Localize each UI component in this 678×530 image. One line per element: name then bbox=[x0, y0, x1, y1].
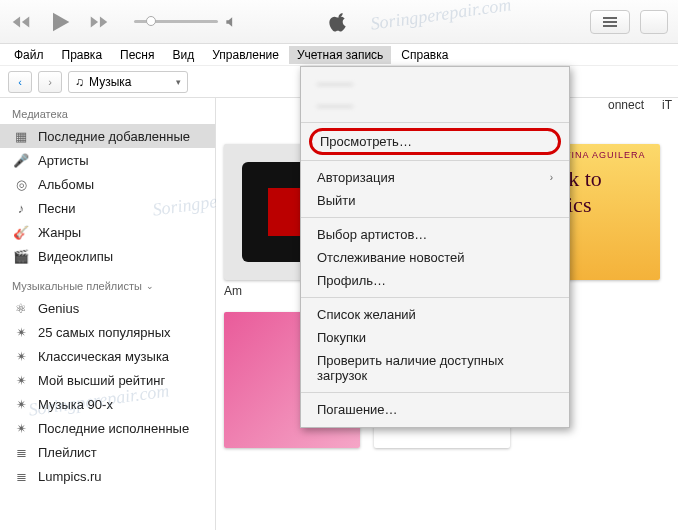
dropdown-account-email: ——— bbox=[301, 95, 569, 117]
sidebar-item-videos[interactable]: 🎬 Видеоклипы bbox=[0, 244, 215, 268]
apple-logo-icon bbox=[329, 11, 349, 33]
volume-slider[interactable] bbox=[134, 15, 238, 29]
sidebar-item-recently-added[interactable]: ▦ Последние добавленные bbox=[0, 124, 215, 148]
sidebar-item-genres[interactable]: 🎸 Жанры bbox=[0, 220, 215, 244]
play-button[interactable] bbox=[46, 8, 74, 36]
sidebar-section-library: Медиатека bbox=[0, 104, 215, 124]
music-note-icon: ♫ bbox=[75, 75, 84, 89]
atom-icon: ⚛ bbox=[12, 300, 30, 316]
dropdown-account-name: ——— bbox=[301, 73, 569, 95]
dropdown-separator bbox=[301, 392, 569, 393]
menu-view[interactable]: Вид bbox=[165, 46, 203, 64]
chevron-down-icon: ▾ bbox=[176, 77, 181, 87]
dropdown-separator bbox=[301, 217, 569, 218]
sidebar-item-label: Мой высший рейтинг bbox=[38, 373, 165, 388]
dropdown-item-authorization[interactable]: Авторизация› bbox=[301, 166, 569, 189]
account-dropdown: ——— ——— Просмотреть… Авторизация› Выйти … bbox=[300, 66, 570, 428]
menu-help[interactable]: Справка bbox=[393, 46, 456, 64]
titlebar bbox=[0, 0, 678, 44]
library-selector[interactable]: ♫ Музыка ▾ bbox=[68, 71, 188, 93]
note-icon: ♪ bbox=[12, 200, 30, 216]
sidebar-item-label: Видеоклипы bbox=[38, 249, 113, 264]
sidebar-item-lumpics[interactable]: ≣ Lumpics.ru bbox=[0, 464, 215, 488]
video-icon: 🎬 bbox=[12, 248, 30, 264]
gear-icon: ✴ bbox=[12, 372, 30, 388]
next-track-button[interactable] bbox=[88, 11, 110, 33]
sidebar-section-playlists[interactable]: Музыкальные плейлисты ⌄ bbox=[0, 276, 215, 296]
library-selector-label: Музыка bbox=[89, 75, 131, 89]
gear-icon: ✴ bbox=[12, 420, 30, 436]
nav-connect[interactable]: onnect bbox=[608, 98, 644, 112]
sidebar-item-label: Артисты bbox=[38, 153, 89, 168]
guitar-icon: 🎸 bbox=[12, 224, 30, 240]
dropdown-separator bbox=[301, 160, 569, 161]
menu-song[interactable]: Песня bbox=[112, 46, 162, 64]
sidebar-item-90s[interactable]: ✴ Музыка 90-х bbox=[0, 392, 215, 416]
menu-file[interactable]: Файл bbox=[6, 46, 52, 64]
sidebar-item-label: Lumpics.ru bbox=[38, 469, 102, 484]
sidebar-item-label: Плейлист bbox=[38, 445, 97, 460]
list-icon bbox=[602, 16, 618, 28]
dropdown-item-purchases[interactable]: Покупки bbox=[301, 326, 569, 349]
sidebar-item-top-rated[interactable]: ✴ Мой высший рейтинг bbox=[0, 368, 215, 392]
toolbar-button[interactable] bbox=[640, 10, 668, 34]
volume-icon bbox=[224, 15, 238, 29]
gear-icon: ✴ bbox=[12, 324, 30, 340]
sidebar-item-recently-played[interactable]: ✴ Последние исполненные bbox=[0, 416, 215, 440]
store-nav: onnect iT bbox=[608, 98, 672, 112]
grid-icon: ▦ bbox=[12, 128, 30, 144]
sidebar-item-label: Музыка 90-х bbox=[38, 397, 113, 412]
sidebar-item-label: Genius bbox=[38, 301, 79, 316]
dropdown-highlight: Просмотреть… bbox=[309, 128, 561, 155]
sidebar-item-label: Последние исполненные bbox=[38, 421, 189, 436]
sidebar-item-playlist[interactable]: ≣ Плейлист bbox=[0, 440, 215, 464]
sidebar-item-label: Последние добавленные bbox=[38, 129, 190, 144]
chevron-right-icon: › bbox=[550, 172, 553, 183]
dropdown-item-profile[interactable]: Профиль… bbox=[301, 269, 569, 292]
list-icon: ≣ bbox=[12, 468, 30, 484]
menu-account[interactable]: Учетная запись bbox=[289, 46, 391, 64]
disc-icon: ◎ bbox=[12, 176, 30, 192]
chevron-down-icon: ⌄ bbox=[146, 281, 154, 291]
list-icon: ≣ bbox=[12, 444, 30, 460]
dropdown-item-choose-artists[interactable]: Выбор артистов… bbox=[301, 223, 569, 246]
sidebar-item-classical[interactable]: ✴ Классическая музыка bbox=[0, 344, 215, 368]
sidebar-item-label: 25 самых популярных bbox=[38, 325, 171, 340]
list-view-button[interactable] bbox=[590, 10, 630, 34]
menu-controls[interactable]: Управление bbox=[204, 46, 287, 64]
nav-itunes[interactable]: iT bbox=[662, 98, 672, 112]
nav-forward-button[interactable]: › bbox=[38, 71, 62, 93]
sidebar-item-top25[interactable]: ✴ 25 самых популярных bbox=[0, 320, 215, 344]
sidebar-item-label: Альбомы bbox=[38, 177, 94, 192]
dropdown-item-check-downloads[interactable]: Проверить наличие доступных загрузок bbox=[301, 349, 569, 387]
menu-edit[interactable]: Правка bbox=[54, 46, 111, 64]
sidebar-item-artists[interactable]: 🎤 Артисты bbox=[0, 148, 215, 172]
menubar: Файл Правка Песня Вид Управление Учетная… bbox=[0, 44, 678, 66]
sidebar-item-label: Жанры bbox=[38, 225, 81, 240]
sidebar-item-albums[interactable]: ◎ Альбомы bbox=[0, 172, 215, 196]
dropdown-item-news[interactable]: Отслеживание новостей bbox=[301, 246, 569, 269]
sidebar: Медиатека ▦ Последние добавленные 🎤 Арти… bbox=[0, 98, 216, 530]
gear-icon: ✴ bbox=[12, 396, 30, 412]
dropdown-item-signout[interactable]: Выйти bbox=[301, 189, 569, 212]
prev-track-button[interactable] bbox=[10, 11, 32, 33]
sidebar-item-label: Классическая музыка bbox=[38, 349, 169, 364]
mic-icon: 🎤 bbox=[12, 152, 30, 168]
dropdown-separator bbox=[301, 122, 569, 123]
nav-back-button[interactable]: ‹ bbox=[8, 71, 32, 93]
sidebar-item-songs[interactable]: ♪ Песни bbox=[0, 196, 215, 220]
dropdown-separator bbox=[301, 297, 569, 298]
sidebar-item-genius[interactable]: ⚛ Genius bbox=[0, 296, 215, 320]
dropdown-item-wishlist[interactable]: Список желаний bbox=[301, 303, 569, 326]
gear-icon: ✴ bbox=[12, 348, 30, 364]
sidebar-item-label: Песни bbox=[38, 201, 76, 216]
dropdown-item-view[interactable]: Просмотреть… bbox=[320, 132, 550, 151]
dropdown-item-redeem[interactable]: Погашение… bbox=[301, 398, 569, 421]
